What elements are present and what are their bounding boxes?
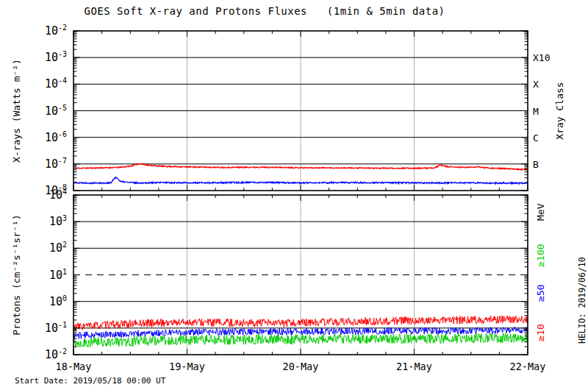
start-date-label: Start Date: 2019/05/18 00:00 UT <box>15 376 165 386</box>
right-label-MeV: MeV <box>535 203 546 221</box>
y-tick-label: 10-3 <box>45 50 67 64</box>
right-label-M: M <box>533 106 539 117</box>
y-tick-label: 10-4 <box>45 77 67 91</box>
right-label-≥100: ≥100 <box>535 244 546 266</box>
helio-watermark: HELIO: 2019/06/10 <box>577 248 587 344</box>
x-tick-label-18-May: 18-May <box>56 361 92 372</box>
right-label-C: C <box>533 132 539 143</box>
panel-protons: 10410310210110010-110-2MeV≥100≥50≥10Prot… <box>11 188 546 361</box>
right-label-≥50: ≥50 <box>535 284 546 301</box>
y-axis-title-protons: Protons (cm⁻²s⁻¹sr⁻¹) <box>11 214 22 335</box>
right-label-X: X <box>533 79 539 90</box>
x-tick-label-19-May: 19-May <box>169 361 205 372</box>
right-label-≥10: ≥10 <box>535 324 546 341</box>
y-tick-label: 10-1 <box>45 321 67 335</box>
y-tick-label: 102 <box>49 241 67 255</box>
y-tick-label: 103 <box>49 214 67 228</box>
panel-xray: 10-210-310-410-510-610-710-8X10XMCBX-ray… <box>11 24 565 197</box>
right-axis-title: Xray Class <box>554 82 565 139</box>
y-tick-label: 10-2 <box>45 347 67 361</box>
y-tick-label: 100 <box>49 294 67 308</box>
y-tick-label: 10-2 <box>45 24 67 38</box>
plot-area: 10-210-310-410-510-610-710-8X10XMCBX-ray… <box>0 0 588 390</box>
y-tick-label: 104 <box>49 188 67 202</box>
right-label-B: B <box>533 159 539 170</box>
y-tick-label: 10-7 <box>45 157 67 171</box>
y-axis-title-xray: X-rays (Watts m⁻²) <box>11 59 22 163</box>
y-tick-label: 10-5 <box>45 104 67 118</box>
y-tick-label: 101 <box>49 268 67 282</box>
x-tick-label-20-May: 20-May <box>283 361 319 372</box>
goes-flux-chart: GOES Soft X-ray and Protons Fluxes (1min… <box>0 0 588 390</box>
y-tick-label: 10-6 <box>45 130 67 144</box>
x-tick-label-21-May: 21-May <box>396 361 432 372</box>
right-label-X10: X10 <box>533 52 550 63</box>
x-tick-label-22-May: 22-May <box>510 361 546 372</box>
